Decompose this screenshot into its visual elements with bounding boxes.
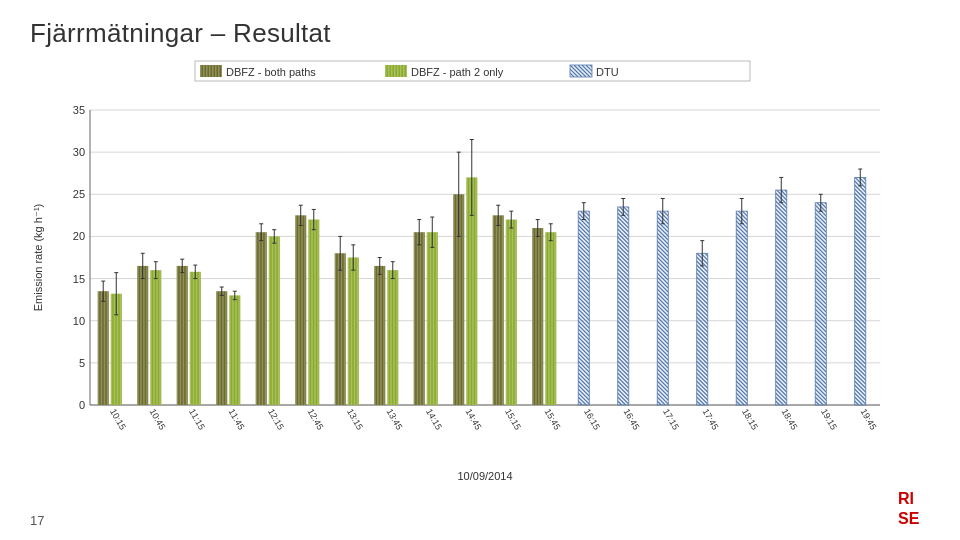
svg-text:RI: RI — [898, 490, 914, 507]
chart-area — [30, 55, 900, 485]
page-title: Fjärrmätningar – Resultat — [30, 18, 331, 49]
svg-text:SE: SE — [898, 510, 920, 527]
rise-logo: RI SE — [896, 484, 940, 528]
slide-number: 17 — [30, 513, 44, 528]
